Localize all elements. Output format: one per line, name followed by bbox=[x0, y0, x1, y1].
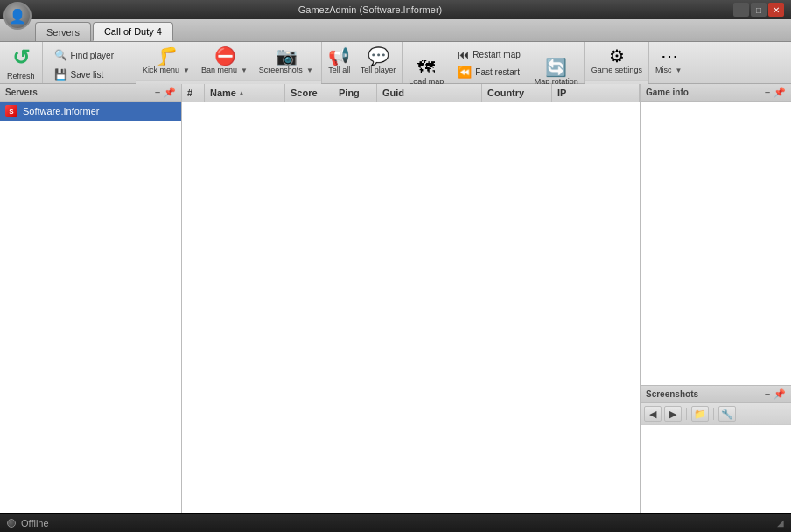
name-sort-arrow: ▲ bbox=[238, 89, 245, 97]
tell-all-icon: 📢 bbox=[328, 47, 350, 65]
find-player-label: Find player bbox=[71, 51, 114, 60]
kick-ban-section: 🦵 Kick menu ▼ ⛔ Ban menu ▼ 📷 bbox=[136, 42, 322, 83]
th-ip[interactable]: IP bbox=[552, 84, 640, 102]
table-body bbox=[182, 102, 640, 513]
fast-restart-icon: ⏪ bbox=[458, 66, 472, 79]
tell-all-label: Tell all bbox=[328, 66, 350, 74]
th-country[interactable]: Country bbox=[482, 84, 552, 102]
kick-ban-body: 🦵 Kick menu ▼ ⛔ Ban menu ▼ 📷 bbox=[136, 42, 321, 80]
kick-dropdown-arrow[interactable]: ▼ bbox=[181, 66, 192, 74]
servers-panel: Servers – 📌 S Software.Informer bbox=[0, 84, 182, 513]
screenshots-pin-icon[interactable]: 📌 bbox=[774, 388, 786, 400]
screenshots-title: Screenshots bbox=[646, 389, 698, 399]
minimize-button[interactable]: – bbox=[733, 3, 749, 17]
misc-icon: ⋯ bbox=[661, 47, 678, 65]
fast-restart-label: Fast restart bbox=[475, 67, 520, 77]
app-icon: 👤 bbox=[4, 2, 32, 30]
server-list: S Software.Informer bbox=[0, 102, 181, 513]
tab-bar: Servers Call of Duty 4 bbox=[0, 19, 791, 42]
screenshots-folder-btn[interactable]: 📁 bbox=[691, 406, 709, 422]
screenshots-icons: – 📌 bbox=[765, 388, 786, 400]
save-list-button[interactable]: 💾 Save list bbox=[48, 66, 130, 83]
right-panel: Game info – 📌 Screenshots – 📌 bbox=[640, 84, 791, 513]
screenshots-toolbar: ◀ ▶ 📁 🔧 bbox=[640, 403, 791, 425]
screenshots-prev-btn[interactable]: ◀ bbox=[644, 406, 662, 422]
game-info-pin-icon[interactable]: 📌 bbox=[774, 87, 786, 98]
players-table-area: # Name ▲ Score Ping Guid Country bbox=[182, 84, 640, 513]
game-info-content bbox=[640, 102, 791, 385]
tell-player-button[interactable]: 💬 Tell player bbox=[356, 45, 401, 77]
table-header: # Name ▲ Score Ping Guid Country bbox=[182, 84, 640, 102]
screenshots-icon: 📷 bbox=[276, 47, 298, 65]
game-info-icons: – 📌 bbox=[765, 87, 786, 98]
title-bar-title: GamezAdmin (Software.Informer) bbox=[7, 4, 733, 15]
th-name[interactable]: Name ▲ bbox=[205, 84, 285, 102]
close-button[interactable]: ✕ bbox=[768, 3, 784, 17]
server-name: Software.Informer bbox=[23, 106, 99, 116]
restart-map-label: Restart map bbox=[472, 50, 520, 60]
refresh-section: ↺ Refresh bbox=[0, 42, 43, 83]
fast-restart-button[interactable]: ⏪ Fast restart bbox=[454, 64, 523, 80]
game-info-panel: Game info – 📌 bbox=[640, 84, 791, 386]
load-map-icon: 🗺 bbox=[417, 59, 435, 76]
misc-section: ⋯ Misc ▼ - bbox=[649, 42, 690, 83]
ban-menu-button[interactable]: ⛔ Ban menu ▼ bbox=[197, 45, 254, 77]
status-dot bbox=[7, 519, 16, 528]
ban-dropdown-arrow[interactable]: ▼ bbox=[239, 66, 249, 74]
restart-map-icon: ⏮ bbox=[458, 48, 469, 61]
servers-minimize-icon[interactable]: – bbox=[155, 87, 160, 98]
restart-map-button[interactable]: ⏮ Restart map bbox=[454, 46, 523, 63]
kick-menu-button[interactable]: 🦵 Kick menu ▼ bbox=[138, 45, 196, 77]
game-info-minimize-icon[interactable]: – bbox=[765, 87, 770, 98]
screenshots-settings-btn[interactable]: 🔧 bbox=[718, 406, 736, 422]
save-list-label: Save list bbox=[71, 70, 104, 80]
tab-callofduty4[interactable]: Call of Duty 4 bbox=[93, 22, 173, 41]
th-name-label: Name bbox=[210, 88, 236, 98]
th-ip-label: IP bbox=[557, 88, 566, 98]
misc-dropdown-arrow[interactable]: ▼ bbox=[673, 66, 683, 74]
server-dot: S bbox=[5, 105, 18, 117]
th-hash-label: # bbox=[187, 88, 192, 98]
status-bar: Offline ◢ bbox=[0, 513, 791, 532]
refresh-label: Refresh bbox=[7, 72, 35, 80]
screenshots-next-btn[interactable]: ▶ bbox=[664, 406, 682, 422]
screenshots-content bbox=[640, 425, 791, 513]
ss-separator-1 bbox=[686, 408, 687, 420]
find-player-button[interactable]: 🔍 Find player bbox=[48, 46, 130, 64]
game-settings-button[interactable]: ⚙ Game settings bbox=[587, 45, 647, 77]
game-body: ⚙ Game settings bbox=[585, 42, 648, 80]
screenshots-label: Screenshots bbox=[259, 66, 303, 74]
th-score-label: Score bbox=[290, 88, 318, 98]
game-settings-icon: ⚙ bbox=[609, 47, 625, 65]
servers-panel-title: Servers bbox=[5, 88, 38, 97]
status-text: Offline bbox=[21, 518, 49, 528]
refresh-button[interactable]: ↺ bbox=[9, 46, 33, 70]
kick-icon: 🦵 bbox=[156, 47, 178, 65]
kick-menu-label: Kick menu bbox=[143, 66, 179, 74]
resize-handle[interactable]: ◢ bbox=[777, 518, 784, 528]
misc-button[interactable]: ⋯ Misc ▼ bbox=[651, 45, 688, 77]
screenshots-dropdown-arrow[interactable]: ▼ bbox=[304, 66, 315, 74]
panel-header-icons: – 📌 bbox=[155, 87, 176, 98]
screenshots-button[interactable]: 📷 Screenshots ▼ bbox=[255, 45, 319, 77]
screenshots-minimize-icon[interactable]: – bbox=[765, 388, 770, 400]
servers-pin-icon[interactable]: 📌 bbox=[164, 87, 176, 98]
maximize-button[interactable]: □ bbox=[751, 3, 766, 17]
screenshots-panel: Screenshots – 📌 ◀ ▶ 📁 🔧 bbox=[640, 386, 791, 513]
tell-player-icon: 💬 bbox=[368, 47, 389, 65]
server-item[interactable]: S Software.Informer bbox=[0, 102, 181, 121]
screenshots-header: Screenshots – 📌 bbox=[640, 386, 791, 403]
tab-servers[interactable]: Servers bbox=[35, 22, 91, 41]
main-area: Servers – 📌 S Software.Informer # bbox=[0, 84, 791, 513]
th-country-label: Country bbox=[487, 88, 524, 98]
title-bar-controls: – □ ✕ bbox=[733, 3, 784, 17]
th-hash[interactable]: # bbox=[182, 84, 205, 102]
map-rotation-icon: 🔄 bbox=[545, 59, 567, 76]
maps-section: 🗺 Load map ⏮ Restart map ⏪ Fast restart … bbox=[402, 42, 585, 83]
ss-separator-2 bbox=[713, 408, 714, 420]
status-left: Offline bbox=[7, 518, 49, 528]
tell-body: 📢 Tell all 💬 Tell player bbox=[322, 42, 402, 80]
servers-panel-header: Servers – 📌 bbox=[0, 84, 181, 102]
players-toolbar-section: 🔍 Find player 💾 Save list ⏱ Auto refresh… bbox=[43, 42, 136, 83]
tell-all-button[interactable]: 📢 Tell all bbox=[324, 45, 355, 77]
